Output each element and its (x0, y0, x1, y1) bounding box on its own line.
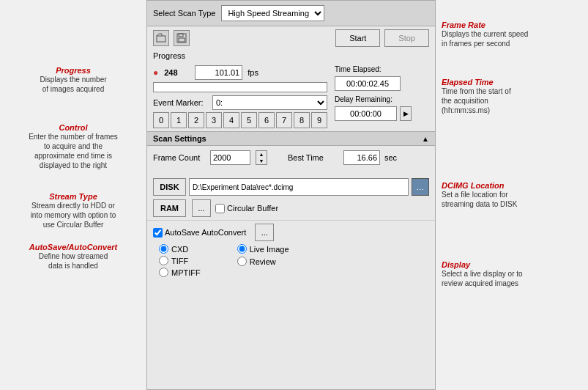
num-btn-3[interactable]: 3 (206, 112, 222, 128)
cxd-label: CXD (171, 245, 188, 254)
progress-desc: Displays the numberof images acquired (6, 75, 141, 94)
control-annotation: Control Enter the number of framesto acq… (6, 123, 141, 170)
stream-desc: Stream directly to HDD orinto memory wit… (6, 201, 141, 229)
tiff-label: TIFF (171, 257, 188, 265)
scan-settings-body: Frame Count 2000 ▲ ▼ Best Time 16.66 sec (147, 146, 435, 175)
display-desc: Select a live display or toreview acquir… (442, 269, 582, 288)
framerate-desc: Displays the current speedin frames per … (442, 29, 582, 48)
progress-annotation: Progress Displays the numberof images ac… (6, 66, 141, 94)
frame-count-input[interactable]: 2000 (210, 150, 250, 165)
radio-mptiff[interactable] (159, 268, 168, 277)
format-radio-group: CXD TIFF MPTIFF (159, 244, 201, 277)
display-title: Display (442, 260, 582, 269)
autosave-checkbox[interactable] (153, 228, 163, 238)
best-time-label: Best Time (288, 153, 339, 162)
event-marker-select[interactable]: 0: (212, 95, 327, 110)
dcimg-title: DCIMG Location (442, 181, 582, 190)
display-live[interactable]: Live Image (237, 244, 289, 254)
format-tiff[interactable]: TIFF (159, 256, 201, 265)
num-btn-9[interactable]: 9 (311, 112, 327, 128)
scan-settings-title: Scan Settings (153, 134, 206, 143)
radio-live[interactable] (237, 244, 247, 254)
start-button[interactable]: Start (335, 29, 380, 47)
fps-input[interactable]: 101.01 (195, 65, 242, 80)
radio-cxd[interactable] (159, 244, 168, 254)
scan-type-label: Select Scan Type (153, 9, 215, 18)
left-progress-col: ● 248 101.01 fps Event Marker: 0: 0 1 (153, 65, 327, 128)
spinner-up[interactable]: ▲ (256, 151, 267, 158)
frame-count-spinner[interactable]: ▲ ▼ (256, 150, 267, 165)
autosave-title: AutoSave/AutoConvert (6, 243, 141, 251)
circular-buffer-text: Circular Buffer (227, 204, 278, 213)
stream-annotation: Stream Type Stream directly to HDD orint… (6, 192, 141, 229)
spinner-down[interactable]: ▼ (256, 158, 267, 164)
ram-options: ... Circular Buffer (192, 199, 278, 217)
framerate-annotation: Frame Rate Displays the current speedin … (442, 21, 582, 48)
num-btn-8[interactable]: 8 (294, 112, 310, 128)
event-marker-label: Event Marker: (153, 98, 208, 107)
storage-section: DISK D:\Experiment Data\rec*.dcimg … RAM… (147, 175, 435, 220)
right-time-col: Time Elapsed: 00:00:02.45 Delay Remainin… (335, 65, 429, 128)
icon-toolbar: Start Stop (147, 26, 435, 50)
display-review[interactable]: Review (237, 257, 289, 266)
ram-button[interactable]: RAM (153, 199, 186, 217)
best-time-unit: sec (384, 153, 397, 162)
dcimg-annotation: DCIMG Location Set a file location forst… (442, 181, 582, 209)
right-annotations: Frame Rate Displays the current speedin … (436, 0, 588, 390)
scan-settings-header: Scan Settings ▲ (147, 131, 435, 146)
svg-rect-0 (157, 36, 165, 42)
autosave-section: AutoSave AutoConvert ... CXD TIFF (147, 220, 435, 280)
ram-browse-button[interactable]: ... (192, 199, 211, 217)
open-icon-btn[interactable] (153, 30, 169, 46)
scroll-indicator: ▲ (422, 135, 429, 143)
play-button[interactable]: ▶ (400, 106, 412, 121)
control-desc: Enter the number of framesto acquire and… (6, 132, 141, 170)
browse-disk-button[interactable]: … (412, 178, 429, 196)
autosave-checkbox-label[interactable]: AutoSave AutoConvert (153, 228, 246, 238)
num-btn-7[interactable]: 7 (276, 112, 292, 128)
path-input[interactable]: D:\Experiment Data\rec*.dcimg (189, 178, 409, 196)
stop-button[interactable]: Stop (384, 29, 429, 47)
bullet-icon: ● (153, 67, 158, 78)
delay-label: Delay Remaining: (335, 95, 393, 103)
svg-rect-3 (179, 38, 185, 42)
progress-time-wrapper: ● 248 101.01 fps Event Marker: 0: 0 1 (147, 62, 435, 131)
num-btn-0[interactable]: 0 (153, 112, 169, 128)
best-time-input[interactable]: 16.66 (343, 150, 380, 165)
num-btn-1[interactable]: 1 (171, 112, 187, 128)
disk-button[interactable]: DISK (153, 178, 186, 196)
autosave-desc: Define how streameddata is handled (6, 251, 141, 271)
svg-rect-2 (179, 34, 183, 37)
top-bar: Select Scan Type High Speed Streaming St… (147, 1, 435, 26)
format-mptiff[interactable]: MPTIFF (159, 268, 201, 277)
radio-tiff[interactable] (159, 256, 168, 265)
num-buttons-row: 0 1 2 3 4 5 6 7 8 9 (153, 112, 327, 128)
progress-section-label: Progress (153, 51, 429, 60)
scan-type-select[interactable]: High Speed Streaming Standard Time Lapse (221, 5, 324, 21)
mptiff-label: MPTIFF (171, 268, 201, 277)
num-btn-6[interactable]: 6 (258, 112, 275, 128)
progress-title: Progress (6, 66, 141, 75)
autosave-browse-button[interactable]: ... (255, 224, 274, 241)
save-icon-btn[interactable] (174, 30, 190, 46)
num-btn-4[interactable]: 4 (223, 112, 239, 128)
num-btn-5[interactable]: 5 (241, 112, 257, 128)
left-annotations: Progress Displays the numberof images ac… (0, 0, 146, 390)
display-radio-group: Live Image Review (237, 244, 289, 277)
display-annotation: Display Select a live display or torevie… (442, 260, 582, 288)
center-panel: Select Scan Type High Speed Streaming St… (146, 0, 436, 390)
elapsed-value[interactable]: 00:00:02.45 (335, 76, 401, 91)
num-btn-2[interactable]: 2 (188, 112, 204, 128)
radio-review[interactable] (237, 257, 247, 266)
elapsed-title: Elapsed Time (442, 78, 582, 87)
control-title: Control (6, 123, 141, 132)
fps-unit: fps (248, 68, 258, 77)
framerate-title: Frame Rate (442, 21, 582, 29)
format-cxd[interactable]: CXD (159, 244, 201, 254)
delay-value[interactable]: 00:00:00 (335, 106, 397, 121)
dcimg-desc: Set a file location forstreaming data to… (442, 190, 582, 209)
circular-buffer-checkbox[interactable] (215, 204, 225, 213)
live-label: Live Image (250, 245, 289, 254)
frame-count-display: 248 (164, 68, 186, 77)
circular-buffer-label[interactable]: Circular Buffer (215, 204, 278, 213)
